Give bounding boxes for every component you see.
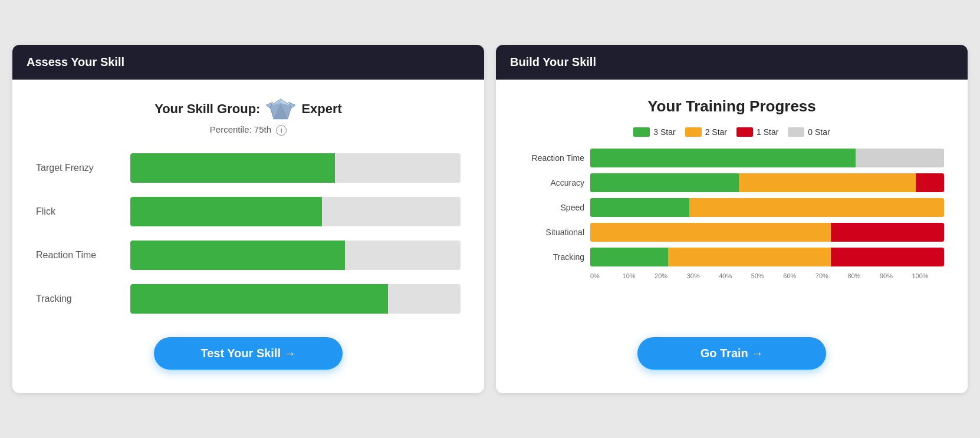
chart-row-label: Reaction Time [519, 153, 584, 163]
skill-row: Flick [36, 197, 461, 226]
bar-segment-orange [590, 223, 831, 242]
bar-segment-green [590, 173, 739, 192]
legend-item: 0 Star [788, 127, 830, 137]
x-tick: 70% [815, 272, 848, 279]
x-tick: 60% [783, 272, 815, 279]
build-card: Build Your Skill Your Training Progress … [496, 45, 968, 393]
skill-name: Flick [36, 206, 119, 217]
chart-row: Situational [519, 223, 944, 242]
chart-row: Reaction Time [519, 149, 944, 167]
x-tick: 0% [590, 272, 623, 279]
legend-label: 1 Star [757, 127, 778, 137]
build-header: Build Your Skill [496, 45, 968, 80]
skill-bars: Target FrenzyFlickReaction TimeTracking [36, 153, 461, 314]
x-tick: 80% [847, 272, 880, 279]
bar-track [130, 284, 461, 314]
chart-legend: 3 Star2 Star1 Star0 Star [519, 127, 944, 137]
bar-fill [130, 197, 322, 226]
go-train-button[interactable]: Go Train → [637, 337, 826, 370]
skill-name: Reaction Time [36, 250, 119, 261]
chart-row: Speed [519, 198, 944, 217]
diamond-icon [266, 97, 295, 121]
legend-color-box [633, 127, 650, 137]
x-axis: 0%10%20%30%40%50%60%70%80%90%100% [590, 272, 944, 279]
bar-segment-orange [739, 173, 916, 192]
chart-row: Accuracy [519, 173, 944, 192]
skill-row: Tracking [36, 284, 461, 314]
x-tick: 20% [655, 272, 687, 279]
bar-segment-green [590, 149, 856, 167]
legend-color-box [736, 127, 753, 137]
legend-label: 0 Star [808, 127, 830, 137]
x-tick: 90% [880, 272, 912, 279]
legend-color-box [685, 127, 702, 137]
bar-fill [130, 241, 345, 270]
bar-track [130, 153, 461, 183]
legend-color-box [788, 127, 804, 137]
chart-row-label: Accuracy [519, 178, 584, 187]
bar-fill [130, 153, 335, 183]
skill-row: Target Frenzy [36, 153, 461, 183]
assess-body: Your Skill Group: Expert Percentile: 75t… [12, 80, 484, 393]
bar-segment-red [831, 223, 944, 242]
bar-segment-green [590, 248, 668, 266]
chart-row-label: Tracking [519, 252, 584, 262]
x-tick: 100% [912, 272, 944, 279]
stacked-bar [590, 149, 944, 167]
percentile-text: Percentile: 75th [210, 124, 271, 134]
x-tick: 40% [719, 272, 751, 279]
x-tick: 10% [623, 272, 655, 279]
chart-row: Tracking [519, 248, 944, 266]
stacked-bar [590, 173, 944, 192]
training-title: Your Training Progress [519, 97, 944, 116]
skill-group-row: Your Skill Group: Expert [36, 97, 461, 121]
bar-segment-gray [856, 149, 944, 167]
legend-label: 3 Star [653, 127, 675, 137]
stacked-bar [590, 223, 944, 242]
skill-row: Reaction Time [36, 241, 461, 270]
bar-segment-orange [668, 248, 831, 266]
info-icon[interactable]: i [276, 125, 287, 136]
legend-item: 1 Star [736, 127, 778, 137]
main-container: Assess Your Skill Your Skill Group: Expe… [12, 45, 968, 393]
legend-item: 3 Star [633, 127, 675, 137]
test-skill-button[interactable]: Test Your Skill → [154, 337, 343, 370]
skill-group-label: Your Skill Group: [154, 101, 260, 117]
x-tick: 50% [751, 272, 784, 279]
bar-segment-orange [689, 198, 944, 217]
bar-segment-green [590, 198, 689, 217]
bar-fill [130, 284, 388, 314]
percentile-row: Percentile: 75th i [36, 124, 461, 136]
build-body: Your Training Progress 3 Star2 Star1 Sta… [496, 80, 968, 393]
assess-header: Assess Your Skill [12, 45, 484, 80]
stacked-bar [590, 248, 944, 266]
chart-row-label: Speed [519, 203, 584, 212]
bar-track [130, 241, 461, 270]
stacked-bar [590, 198, 944, 217]
bar-track [130, 197, 461, 226]
chart-row-label: Situational [519, 228, 584, 237]
bar-segment-red [916, 173, 944, 192]
legend-label: 2 Star [705, 127, 727, 137]
chart-area: Reaction TimeAccuracySpeedSituationalTra… [519, 149, 944, 314]
skill-name: Tracking [36, 294, 119, 304]
assess-card: Assess Your Skill Your Skill Group: Expe… [12, 45, 484, 393]
bar-segment-red [831, 248, 944, 266]
skill-name: Target Frenzy [36, 163, 119, 173]
x-tick: 30% [687, 272, 719, 279]
skill-level: Expert [301, 101, 341, 117]
legend-item: 2 Star [685, 127, 727, 137]
